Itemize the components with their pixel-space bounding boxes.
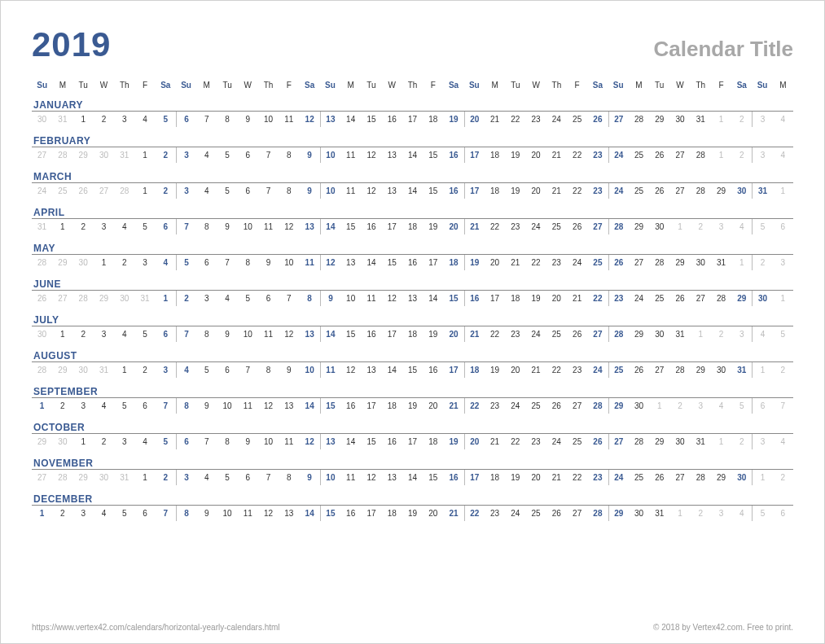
day-header-cell: W — [382, 79, 402, 91]
day-cell: 12 — [279, 326, 299, 342]
day-cell: 23 — [525, 112, 546, 127]
day-cell: 20 — [464, 112, 485, 127]
day-cell: 6 — [134, 398, 155, 414]
day-cell: 14 — [320, 219, 340, 234]
day-cell: 30 — [52, 434, 72, 449]
day-cell: 9 — [279, 362, 299, 378]
day-cell: 2 — [156, 183, 176, 199]
day-cell: 4 — [196, 147, 217, 163]
day-cell: 29 — [711, 183, 731, 199]
day-cell: 4 — [711, 398, 731, 414]
month-days: 2829303112345678910111213141516171819202… — [32, 362, 793, 378]
day-cell: 1 — [669, 219, 690, 234]
day-cell: 17 — [485, 291, 505, 306]
day-header-cell: Tu — [361, 79, 381, 91]
day-cell: 28 — [608, 219, 629, 234]
day-header-cell: Sa — [156, 79, 176, 91]
day-cell: 4 — [156, 255, 176, 270]
day-cell: 15 — [443, 291, 463, 306]
day-cell: 12 — [361, 470, 381, 485]
day-cell: 21 — [505, 255, 525, 270]
day-cell: 27 — [669, 470, 690, 485]
day-header-cell: M — [773, 79, 793, 91]
day-cell: 1 — [752, 362, 772, 378]
day-cell: 28 — [52, 147, 72, 163]
day-cell: 2 — [691, 506, 711, 521]
day-cell: 7 — [156, 506, 176, 521]
day-cell: 14 — [402, 183, 423, 199]
month-days: 2627282930311234567891011121314151617181… — [32, 291, 793, 306]
day-cell: 28 — [52, 470, 72, 485]
day-header-cell: F — [423, 79, 443, 91]
day-cell: 10 — [320, 470, 340, 485]
day-cell: 4 — [752, 326, 772, 342]
day-cell: 11 — [340, 183, 361, 199]
day-cell: 19 — [505, 147, 525, 163]
day-cell: 24 — [567, 255, 587, 270]
day-cell: 24 — [505, 506, 525, 521]
day-cell: 28 — [73, 291, 94, 306]
day-cell: 15 — [361, 112, 381, 127]
day-cell: 5 — [238, 291, 258, 306]
day-cell: 5 — [134, 219, 155, 234]
day-cell: 3 — [691, 398, 711, 414]
month-name: MARCH — [32, 168, 793, 183]
day-cell: 2 — [752, 255, 772, 270]
day-cell: 21 — [485, 112, 505, 127]
day-cell: 15 — [340, 219, 361, 234]
day-cell: 1 — [94, 255, 114, 270]
day-cell: 27 — [587, 219, 608, 234]
calendar-body: JANUARY303112345678910111213141516171819… — [32, 96, 793, 521]
day-cell: 2 — [156, 470, 176, 485]
month-row: FEBRUARY27282930311234567891011121314151… — [32, 132, 793, 163]
day-cell: 30 — [32, 112, 52, 127]
day-cell: 14 — [402, 147, 423, 163]
day-cell: 31 — [731, 362, 752, 378]
day-header-cell: Su — [464, 79, 485, 91]
day-cell: 24 — [546, 434, 567, 449]
day-cell: 5 — [114, 398, 134, 414]
day-cell: 20 — [525, 470, 546, 485]
month-row: OCTOBER293012345678910111213141516171819… — [32, 418, 793, 449]
month-days: 1234567891011121314151617181920212223242… — [32, 398, 793, 414]
day-cell: 7 — [279, 291, 299, 306]
day-cell: 24 — [546, 112, 567, 127]
day-cell: 15 — [423, 183, 443, 199]
day-cell: 22 — [464, 398, 485, 414]
day-cell: 8 — [196, 326, 217, 342]
day-cell: 4 — [196, 183, 217, 199]
day-cell: 15 — [402, 362, 423, 378]
day-cell: 30 — [32, 326, 52, 342]
day-header-cell: Su — [320, 79, 340, 91]
day-cell: 25 — [567, 112, 587, 127]
day-cell: 31 — [669, 326, 690, 342]
day-cell: 4 — [94, 506, 114, 521]
day-cell: 14 — [320, 326, 340, 342]
day-cell: 25 — [587, 255, 608, 270]
day-header-cell: Sa — [300, 79, 320, 91]
day-cell: 8 — [238, 255, 258, 270]
day-cell: 8 — [279, 147, 299, 163]
day-cell: 27 — [32, 147, 52, 163]
day-cell: 5 — [176, 255, 196, 270]
day-cell: 20 — [443, 326, 463, 342]
day-cell: 30 — [73, 255, 94, 270]
day-cell: 27 — [649, 362, 669, 378]
day-cell: 2 — [176, 291, 196, 306]
day-cell: 29 — [711, 470, 731, 485]
month-name: APRIL — [32, 204, 793, 219]
day-cell: 28 — [587, 398, 608, 414]
day-cell: 30 — [649, 326, 669, 342]
day-header-cell: W — [525, 79, 546, 91]
day-cell: 13 — [382, 147, 402, 163]
day-cell: 28 — [32, 255, 52, 270]
day-cell: 3 — [94, 219, 114, 234]
day-cell: 17 — [361, 506, 381, 521]
day-cell: 28 — [691, 147, 711, 163]
day-cell: 18 — [402, 326, 423, 342]
day-cell: 10 — [258, 434, 279, 449]
day-cell: 3 — [156, 362, 176, 378]
day-cell: 13 — [300, 326, 320, 342]
day-header-row: SuMTuWThFSaSuMTuWThFSaSuMTuWThFSaSuMTuWT… — [32, 79, 793, 91]
day-cell: 7 — [238, 362, 258, 378]
